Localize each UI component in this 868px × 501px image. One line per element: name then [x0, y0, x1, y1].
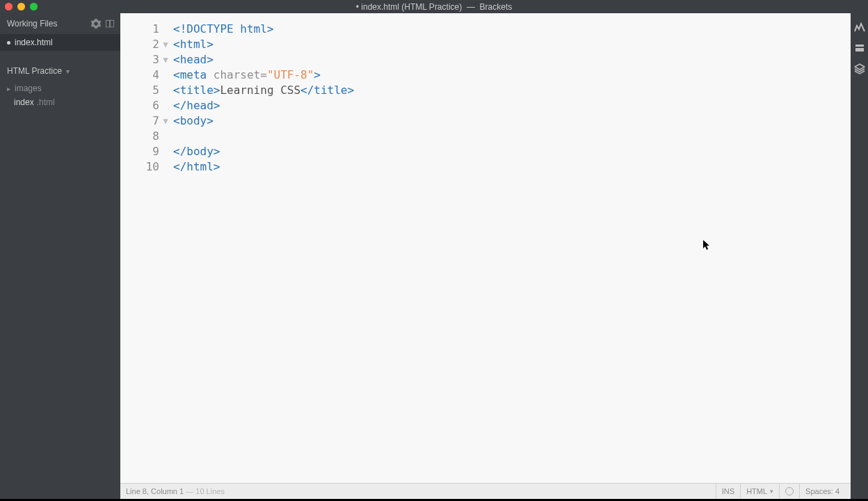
- cursor-position: Line 8, Column 1: [126, 487, 184, 495]
- total-lines: 10 Lines: [195, 487, 225, 495]
- file-tree: ▸imagesindex.html: [0, 80, 120, 109]
- code-token: >: [207, 53, 214, 66]
- tree-file-base: index: [14, 97, 34, 107]
- gutter-line: 10: [120, 159, 173, 175]
- editor-content[interactable]: <!DOCTYPE html><html><head><meta charset…: [173, 13, 851, 483]
- code-token: </: [173, 145, 186, 158]
- split-view-icon[interactable]: [105, 19, 115, 29]
- code-line[interactable]: <body>: [173, 113, 851, 129]
- code-token: <: [173, 68, 180, 81]
- code-token: </: [300, 84, 314, 97]
- close-window-button[interactable]: [5, 3, 13, 10]
- fold-toggle-icon[interactable]: ▼: [161, 37, 170, 52]
- live-preview-icon[interactable]: [854, 22, 865, 33]
- working-files-header: Working Files: [0, 13, 120, 34]
- code-line[interactable]: </head>: [173, 98, 851, 113]
- indent-selector[interactable]: Spaces: 4: [799, 484, 845, 499]
- code-token: <: [173, 114, 180, 127]
- working-files-label: Working Files: [7, 19, 57, 29]
- window-title-modified-dot: •: [356, 2, 359, 12]
- chevron-down-icon: [65, 66, 70, 76]
- code-token: head: [180, 53, 207, 66]
- gutter-line: 7▼: [120, 113, 173, 129]
- code-line[interactable]: <html>: [173, 37, 851, 52]
- code-token: body: [180, 114, 207, 127]
- code-token: [207, 68, 214, 81]
- code-token: <: [173, 53, 180, 66]
- code-line[interactable]: [173, 129, 851, 144]
- modified-dot-icon: [7, 41, 10, 45]
- chevron-down-icon: ▾: [770, 488, 773, 495]
- code-line[interactable]: <meta charset="UTF-8">: [173, 67, 851, 83]
- working-files-list: index.html: [0, 34, 120, 51]
- gutter-line: 1: [120, 22, 173, 37]
- working-file-name: index.html: [15, 38, 53, 47]
- code-token: title: [314, 84, 347, 97]
- code-token: DOCTYPE html: [186, 22, 267, 35]
- code-token: >: [214, 145, 220, 158]
- chevron-right-icon: ▸: [7, 85, 10, 93]
- code-line[interactable]: </body>: [173, 144, 851, 159]
- extract-icon[interactable]: [854, 63, 865, 74]
- code-token: meta: [180, 68, 207, 81]
- fold-toggle-icon[interactable]: ▼: [161, 113, 170, 129]
- code-token: title: [180, 84, 214, 97]
- working-file-item[interactable]: index.html: [0, 34, 120, 51]
- code-token: Learning CSS: [220, 84, 300, 97]
- code-line[interactable]: <head>: [173, 52, 851, 67]
- window-controls: [5, 3, 38, 10]
- statusbar-cursor-info: Line 8, Column 1 — 10 Lines: [126, 487, 225, 495]
- status-circle-icon: [785, 487, 794, 495]
- editor-gutter: 12▼3▼4567▼8910: [120, 13, 173, 483]
- code-token: >: [214, 160, 220, 173]
- zoom-window-button[interactable]: [30, 3, 38, 10]
- tree-folder-name: images: [15, 84, 42, 93]
- minimize-window-button[interactable]: [17, 3, 25, 10]
- code-token: >: [314, 68, 321, 81]
- code-token: <: [173, 38, 180, 51]
- code-token: </: [173, 99, 186, 112]
- tree-file[interactable]: index.html: [0, 95, 120, 109]
- code-token: html: [180, 38, 207, 51]
- code-token: charset=: [214, 68, 267, 81]
- project-name: HTML Practice: [7, 66, 62, 76]
- window-title: • index.html (HTML Practice) — Brackets: [0, 2, 868, 12]
- gutter-line: 3▼: [120, 52, 173, 67]
- insert-mode-toggle[interactable]: INS: [716, 484, 740, 499]
- code-token: >: [214, 84, 220, 97]
- code-token: >: [207, 114, 214, 127]
- code-token: >: [267, 22, 274, 35]
- gutter-line: 2▼: [120, 37, 173, 52]
- gutter-line: 9: [120, 144, 173, 159]
- code-token: </: [173, 160, 186, 173]
- project-dropdown[interactable]: HTML Practice: [0, 62, 120, 80]
- language-label: HTML: [746, 487, 767, 495]
- gear-icon[interactable]: [91, 19, 101, 29]
- window-title-file: index.html (HTML Practice): [361, 2, 462, 12]
- code-token: body: [186, 145, 214, 158]
- code-token: <: [173, 84, 180, 97]
- code-token: html: [186, 160, 214, 173]
- tree-file-ext: .html: [37, 97, 55, 107]
- window-title-app: Brackets: [480, 2, 513, 12]
- indent-label: Spaces: 4: [805, 487, 839, 495]
- linting-status[interactable]: [779, 484, 799, 499]
- code-line[interactable]: <!DOCTYPE html>: [173, 22, 851, 37]
- gutter-line: 6: [120, 98, 173, 113]
- tree-folder[interactable]: ▸images: [0, 81, 120, 95]
- titlebar: • index.html (HTML Practice) — Brackets: [0, 0, 868, 13]
- code-editor[interactable]: 12▼3▼4567▼8910 <!DOCTYPE html><html><hea…: [120, 13, 851, 483]
- insert-mode-label: INS: [722, 487, 734, 495]
- code-token: >: [347, 84, 354, 97]
- fold-toggle-icon[interactable]: ▼: [161, 52, 170, 67]
- sidebar: Working Files index.html HTML Practice ▸…: [0, 13, 120, 499]
- code-token: head: [186, 99, 214, 112]
- language-selector[interactable]: HTML ▾: [740, 484, 779, 499]
- code-line[interactable]: </html>: [173, 159, 851, 175]
- code-token: "UTF-8": [267, 68, 314, 81]
- gutter-line: 4: [120, 67, 173, 83]
- extensions-icon[interactable]: [854, 42, 865, 54]
- code-line[interactable]: <title>Learning CSS</title>: [173, 83, 851, 98]
- gutter-line: 5: [120, 83, 173, 98]
- code-token: >: [214, 99, 220, 112]
